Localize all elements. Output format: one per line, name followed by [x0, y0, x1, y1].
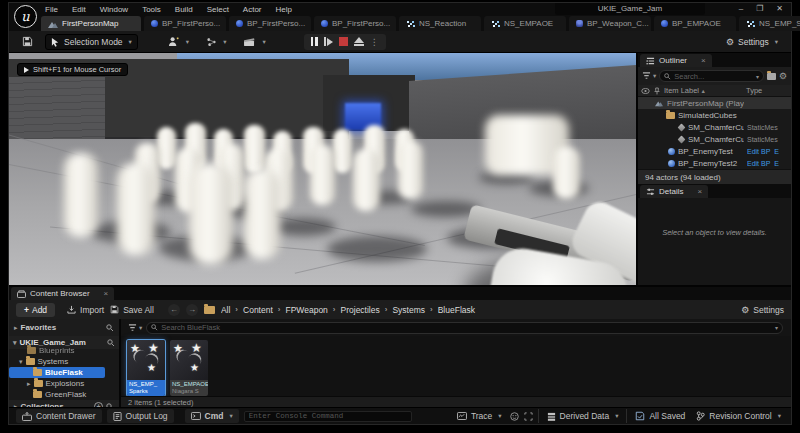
menu-item-help[interactable]: Help — [276, 5, 292, 14]
chevron-right-icon — [333, 305, 336, 314]
save-level-button[interactable] — [17, 34, 38, 49]
menu-item-window[interactable]: Window — [100, 5, 128, 14]
tab-ns-reaction[interactable]: NS_Reaction — [399, 16, 481, 31]
outliner-settings-button[interactable] — [779, 71, 787, 81]
asset-search-input[interactable] — [161, 323, 772, 332]
pause-button[interactable] — [311, 37, 318, 46]
outliner-row-mesh[interactable]: SM_ChamferCub StaticMes — [638, 133, 791, 145]
viewport-settings-dropdown[interactable]: Settings — [721, 35, 783, 49]
tab-bp-firstperson-2[interactable]: BP_FirstPerso... — [229, 16, 311, 31]
tab-ns-empaoe[interactable]: NS_EMPAOE — [484, 16, 566, 31]
tree-item-greenflask[interactable]: GreenFlask — [9, 389, 119, 400]
outliner-row-mesh[interactable]: SM_ChamferCub StaticMes — [638, 121, 791, 133]
content-browser-settings-button[interactable]: Settings — [741, 305, 784, 315]
folder-icon — [33, 369, 42, 376]
column-type[interactable]: Type — [746, 86, 788, 95]
breadcrumb-content[interactable]: Content — [243, 305, 273, 315]
tab-ns-emp-sparks[interactable]: NS_EMP_Sparks — [739, 16, 800, 31]
selection-mode-dropdown[interactable]: Selection Mode — [45, 34, 138, 50]
search-icon[interactable] — [106, 324, 114, 332]
all-saved-indicator[interactable]: All Saved — [632, 409, 688, 423]
menu-item-tools[interactable]: Tools — [142, 5, 161, 14]
tree-item-blueflask[interactable]: BlueFlask — [9, 367, 105, 378]
eye-icon[interactable] — [641, 88, 650, 94]
tree-item-systems[interactable]: Systems — [9, 356, 119, 367]
map-icon — [48, 20, 58, 28]
outliner-filter-button[interactable] — [642, 72, 656, 80]
stop-button[interactable] — [339, 37, 348, 46]
outliner-row-bp[interactable]: BP_EnemyTest2 Edit BP_E — [638, 157, 791, 169]
close-button[interactable]: ✕ — [776, 3, 783, 15]
output-log-button[interactable]: Output Log — [107, 409, 174, 423]
breadcrumb-fpweapon[interactable]: FPWeapon — [285, 305, 327, 315]
breadcrumb-projectiles[interactable]: Projectiles — [341, 305, 380, 315]
chevron-right-icon — [278, 305, 281, 314]
save-all-button[interactable]: Save All — [110, 305, 154, 315]
console-command-input[interactable] — [249, 412, 407, 420]
outliner-row-folder[interactable]: SimulatedCubes — [638, 109, 791, 121]
pillar — [244, 125, 265, 173]
tab-content-browser[interactable]: Content Browser — [11, 287, 114, 300]
tree-item-blueprints[interactable]: Blueprints — [9, 345, 119, 356]
close-icon[interactable] — [697, 187, 702, 196]
outliner-row-bp[interactable]: BP_EnemyTest Edit BP_E — [638, 145, 791, 157]
tab-details[interactable]: Details — [640, 185, 708, 198]
pillar — [553, 147, 580, 199]
asset-search[interactable] — [146, 322, 783, 334]
close-icon[interactable] — [104, 289, 109, 298]
back-button[interactable]: ← — [168, 304, 180, 316]
edit-bp-link[interactable]: Edit BP_E — [747, 160, 789, 167]
console-command-field[interactable] — [244, 411, 412, 422]
revision-control-button[interactable]: Revision Control — [693, 409, 784, 423]
outliner-search-input[interactable] — [674, 72, 753, 81]
menu-item-edit[interactable]: Edit — [72, 5, 86, 14]
tab-bp-weapon[interactable]: BP_Weapon_C... — [569, 16, 651, 31]
favorites-header[interactable]: Favorites — [9, 319, 121, 336]
tab-bp-empaoe[interactable]: BP_EMPAOE — [654, 16, 736, 31]
blueprints-dropdown[interactable] — [201, 35, 231, 49]
playback-options-kebab-icon[interactable] — [370, 37, 379, 47]
forward-button[interactable]: → — [186, 304, 198, 316]
asset-tile-ns-empaoe[interactable]: NS_EMPAOE Niagara S — [170, 340, 208, 396]
tab-outliner[interactable]: Outliner — [640, 54, 712, 67]
collections-header[interactable]: Collections — [9, 400, 119, 407]
add-actor-dropdown[interactable] — [163, 34, 194, 49]
restore-button[interactable]: ❐ — [756, 3, 763, 15]
new-folder-button[interactable] — [767, 73, 776, 80]
screenshot-face-icon[interactable] — [510, 412, 519, 421]
cinematics-dropdown[interactable] — [238, 35, 270, 49]
asset-filter-button[interactable] — [128, 324, 142, 332]
minimize-button[interactable]: – — [739, 3, 743, 15]
tab-firstpersonmap[interactable]: FirstPersonMap — [41, 16, 141, 31]
tree-item-explosions[interactable]: Explosions — [9, 378, 119, 389]
breadcrumb-systems[interactable]: Systems — [392, 305, 425, 315]
derived-data-button[interactable]: Derived Data — [544, 409, 622, 423]
cmd-dropdown[interactable]: Cmd — [185, 409, 239, 423]
breadcrumb-all[interactable]: All — [221, 305, 230, 315]
capture-frame-icon[interactable] — [524, 412, 533, 421]
asset-tile-ns-emp-sparks[interactable]: NS_EMP_ Sparks — [127, 340, 165, 396]
tab-bp-firstperson-1[interactable]: BP_FirstPerso... — [144, 16, 226, 31]
column-item-label[interactable]: Item Label — [664, 86, 742, 95]
details-empty-message: Select an object to view details. — [638, 198, 791, 285]
import-button[interactable]: Import — [67, 305, 104, 315]
content-drawer-button[interactable]: Content Drawer — [16, 409, 102, 423]
menu-item-file[interactable]: File — [45, 5, 58, 14]
viewport-3d[interactable]: Shift+F1 for Mouse Cursor — [9, 53, 636, 285]
add-button[interactable]: Add — [16, 303, 55, 317]
pin-icon[interactable] — [654, 87, 660, 95]
unreal-logo-icon[interactable] — [14, 5, 37, 28]
mouse-cursor-hint: Shift+F1 for Mouse Cursor — [17, 63, 128, 76]
outliner-search[interactable] — [659, 70, 764, 82]
trace-button[interactable]: Trace — [454, 409, 505, 423]
outliner-row-world[interactable]: FirstPersonMap (Play In Editor) — [638, 97, 791, 109]
tab-bp-firstperson-3[interactable]: BP_FirstPerso... — [314, 16, 396, 31]
menu-item-build[interactable]: Build — [175, 5, 193, 14]
edit-bp-link[interactable]: Edit BP_E — [747, 148, 789, 155]
eject-button[interactable] — [354, 37, 364, 46]
frame-skip-button[interactable] — [324, 37, 333, 46]
close-icon[interactable] — [701, 56, 706, 65]
menu-item-actor[interactable]: Actor — [243, 5, 262, 14]
menu-item-select[interactable]: Select — [207, 5, 229, 14]
breadcrumb-blueflask[interactable]: BlueFlask — [438, 305, 475, 315]
